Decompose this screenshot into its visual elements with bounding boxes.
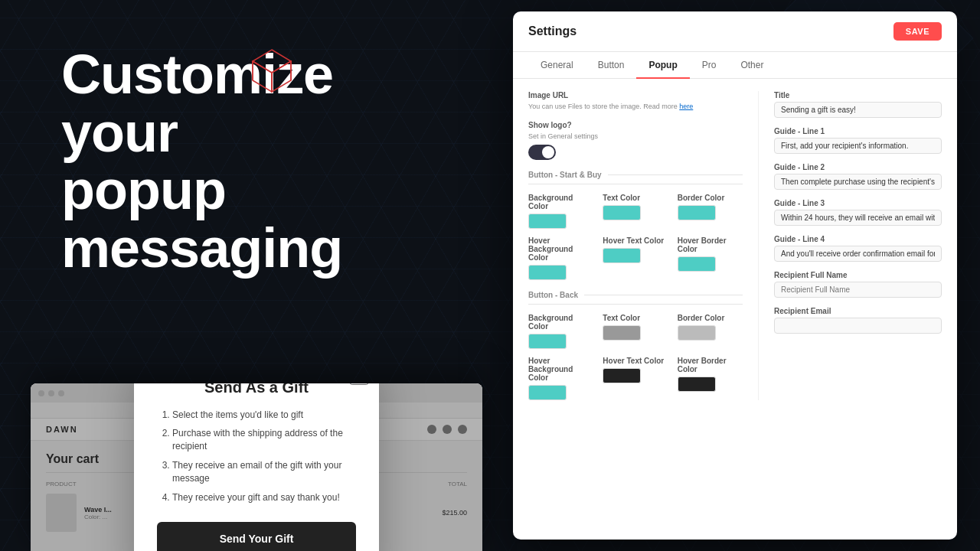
guide-line3-label: Guide - Line 3 xyxy=(774,199,942,207)
tab-popup[interactable]: Popup xyxy=(636,52,689,78)
guide-line4-label: Guide - Line 4 xyxy=(774,235,942,243)
recipient-name-field: Recipient Full Name xyxy=(774,271,942,298)
button-start-buy-section: Button - Start & Buy xyxy=(528,171,743,184)
guide-line1-input[interactable] xyxy=(774,138,942,154)
settings-left-col: Image URL You can use Files to store the… xyxy=(528,91,743,400)
show-logo-field: Show logo? Set in General settings xyxy=(528,121,743,160)
image-url-sub: You can use Files to store the image. Re… xyxy=(528,103,743,110)
show-logo-label: Show logo? xyxy=(528,121,743,129)
hover-colors-row-2: Hover Background Color Hover Text Color … xyxy=(528,357,743,400)
hover-bg-field: Hover Background Color xyxy=(528,236,593,280)
main-content: Customize your popup messaging 🎁 Free sh… xyxy=(0,0,980,551)
modal-title: Send As a Gift xyxy=(157,383,356,396)
hover-bg-swatch[interactable] xyxy=(528,265,567,280)
back-border-field: Border Color xyxy=(678,314,743,349)
guide-line1-label: Guide - Line 1 xyxy=(774,127,942,135)
tab-pro[interactable]: Pro xyxy=(690,52,729,78)
gift-modal: ✕ Send As a Gift Select the items you'd … xyxy=(134,383,379,551)
tab-button[interactable]: Button xyxy=(586,52,637,78)
tab-other[interactable]: Other xyxy=(728,52,776,78)
show-logo-toggle[interactable] xyxy=(528,145,556,160)
guide-line3-input[interactable] xyxy=(774,210,942,226)
guide-line4-field: Guide - Line 4 xyxy=(774,235,942,262)
back-hover-border-swatch[interactable] xyxy=(678,377,716,392)
store-preview: 🎁 Free shipping on all orders! → DAWN Ba… xyxy=(31,383,482,551)
hover-border-field: Hover Border Color xyxy=(678,236,743,280)
bg-color-swatch[interactable] xyxy=(528,214,567,229)
show-logo-sub: Set in General settings xyxy=(528,132,743,140)
image-url-field: Image URL You can use Files to store the… xyxy=(528,91,743,110)
settings-right-col: Title Guide - Line 1 Guide - Line 2 xyxy=(758,91,942,400)
svg-marker-2 xyxy=(272,61,291,92)
colors-row-1: Background Color Text Color Border Color xyxy=(528,194,743,229)
modal-step-item: Select the items you'd like to gift xyxy=(172,409,356,422)
logo-toggle-wrapper xyxy=(528,145,743,160)
text-color-field: Text Color xyxy=(603,194,668,229)
modal-step-item: They receive your gift and say thank you… xyxy=(172,491,356,504)
bg-color-field: Background Color xyxy=(528,194,593,229)
title-field: Title xyxy=(774,91,942,118)
title-label: Title xyxy=(774,91,942,99)
toggle-knob xyxy=(542,146,554,158)
settings-panel: Settings SAVE General Button Popup Pro O… xyxy=(513,11,957,540)
modal-step-item: Purchase with the shipping address of th… xyxy=(172,427,356,453)
modal-overlay: ✕ Send As a Gift Select the items you'd … xyxy=(31,383,482,551)
settings-header: Settings SAVE xyxy=(513,11,957,52)
back-hover-bg-field: Hover Background Color xyxy=(528,357,593,400)
guide-line3-field: Guide - Line 3 xyxy=(774,199,942,226)
hover-colors-row-1: Hover Background Color Hover Text Color … xyxy=(528,236,743,280)
right-section: Settings SAVE General Button Popup Pro O… xyxy=(490,0,980,551)
recipient-email-input[interactable] xyxy=(774,318,942,334)
border-color-swatch[interactable] xyxy=(678,205,716,220)
text-color-swatch[interactable] xyxy=(603,205,641,220)
border-color-field: Border Color xyxy=(678,194,743,229)
recipient-email-label: Recipient Email xyxy=(774,307,942,315)
guide-line1-field: Guide - Line 1 xyxy=(774,127,942,154)
guide-line4-input[interactable] xyxy=(774,246,942,262)
recipient-name-input[interactable] xyxy=(774,282,942,298)
tab-general[interactable]: General xyxy=(528,52,586,78)
modal-steps-list: Select the items you'd like to giftPurch… xyxy=(157,409,356,504)
back-text-swatch[interactable] xyxy=(603,325,641,341)
svg-marker-1 xyxy=(253,61,272,92)
left-section: Customize your popup messaging 🎁 Free sh… xyxy=(0,0,490,551)
back-hover-border-field: Hover Border Color xyxy=(678,357,743,400)
button-back-section: Button - Back xyxy=(528,291,743,305)
back-bg-field: Background Color xyxy=(528,314,593,349)
hero-title-line2: popup messaging xyxy=(61,159,342,279)
image-url-link[interactable]: here xyxy=(679,103,693,110)
colors-row-2: Background Color Text Color Border Color xyxy=(528,314,743,349)
save-button[interactable]: SAVE xyxy=(893,22,942,41)
image-url-label: Image URL xyxy=(528,91,743,99)
send-gift-button[interactable]: Send Your Gift xyxy=(157,522,356,551)
back-hover-text-swatch[interactable] xyxy=(603,368,641,383)
back-hover-text-field: Hover Text Color xyxy=(603,357,668,400)
modal-close-button[interactable]: ✕ xyxy=(350,383,368,385)
cube-icon xyxy=(241,42,302,106)
back-text-field: Text Color xyxy=(603,314,668,349)
back-hover-bg-swatch[interactable] xyxy=(528,385,567,400)
recipient-email-field: Recipient Email xyxy=(774,307,942,334)
guide-line2-label: Guide - Line 2 xyxy=(774,163,942,171)
guide-line2-input[interactable] xyxy=(774,174,942,190)
hover-text-field: Hover Text Color xyxy=(603,236,668,280)
svg-marker-0 xyxy=(253,50,291,73)
settings-body: Image URL You can use Files to store the… xyxy=(513,79,957,412)
recipient-name-label: Recipient Full Name xyxy=(774,271,942,279)
hover-border-swatch[interactable] xyxy=(678,256,716,272)
settings-title: Settings xyxy=(528,24,577,38)
settings-main-row: Image URL You can use Files to store the… xyxy=(528,91,942,400)
guide-line2-field: Guide - Line 2 xyxy=(774,163,942,190)
hover-text-swatch[interactable] xyxy=(603,248,641,263)
back-border-swatch[interactable] xyxy=(678,325,716,341)
title-input[interactable] xyxy=(774,102,942,118)
back-bg-swatch[interactable] xyxy=(528,334,567,349)
modal-step-item: They receive an email of the gift with y… xyxy=(172,459,356,485)
settings-tabs: General Button Popup Pro Other xyxy=(513,52,957,79)
